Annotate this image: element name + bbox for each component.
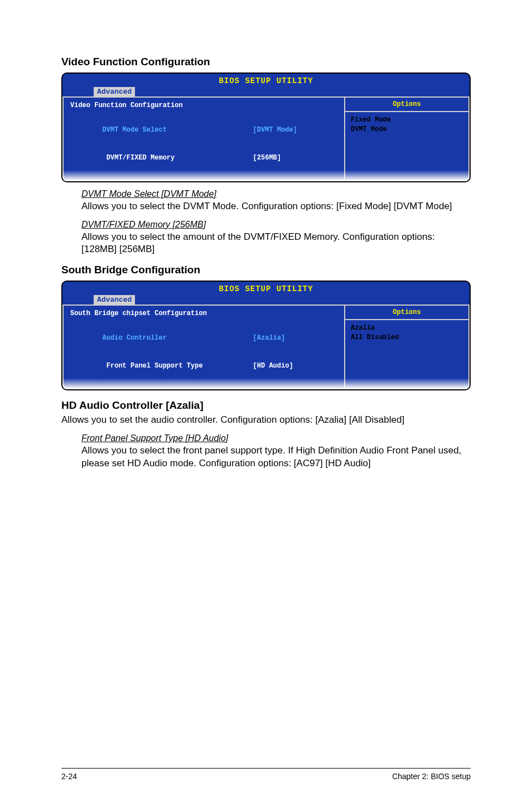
options-list: Fixed Mode DVMT Mode — [345, 112, 468, 138]
body-text-hd-audio: Allows you to set the audio controller. … — [61, 414, 471, 427]
bios-setting-dvmt-mode[interactable]: DVMT Mode Select[DVMT Mode] — [70, 116, 337, 144]
option-all-disabled[interactable]: All Disabled — [351, 333, 463, 342]
bios-title-bar: BIOS SETUP UTILITY — [62, 74, 470, 86]
spacer — [70, 110, 337, 116]
bios-panel-title: Video Function Configuration — [70, 101, 337, 110]
bios-panel-south-bridge: BIOS SETUP UTILITY Advanced South Bridge… — [61, 281, 471, 390]
options-header: Options — [345, 306, 468, 320]
bios-title-bar: BIOS SETUP UTILITY — [62, 282, 470, 294]
sub-heading-front-panel: Front Panel Support Type [HD Audio] — [81, 433, 471, 443]
bios-title: BIOS SETUP UTILITY — [219, 284, 313, 293]
bios-right-panel: Options Azalia All Disabled — [344, 305, 470, 389]
bios-setting-label: Front Panel Support Type — [103, 361, 253, 371]
page-footer: 2-24 Chapter 2: BIOS setup — [61, 768, 471, 781]
bios-setting-label: DVMT/FIXED Memory — [103, 153, 253, 163]
bios-setting-dvmt-memory[interactable]: DVMT/FIXED Memory[256MB] — [70, 144, 337, 172]
section-heading-south-bridge: South Bridge Configuration — [61, 264, 471, 276]
bios-setting-value: [Azalia] — [253, 334, 286, 343]
bios-setting-label: DVMT Mode Select — [103, 125, 253, 135]
bios-left-panel: Video Function Configuration DVMT Mode S… — [62, 96, 344, 181]
bios-left-panel: South Bridge chipset Configuration Audio… — [62, 305, 344, 389]
bios-tab-advanced[interactable]: Advanced — [94, 87, 135, 96]
bios-panel-video: BIOS SETUP UTILITY Advanced Video Functi… — [61, 73, 471, 182]
bios-setting-label: Audio Controller — [103, 334, 253, 343]
bios-panel-title: South Bridge chipset Configuration — [70, 309, 337, 318]
section-heading-hd-audio: HD Audio Controller [Azalia] — [61, 399, 471, 412]
page-number: 2-24 — [61, 772, 77, 781]
bios-right-panel: Options Fixed Mode DVMT Mode — [344, 96, 470, 181]
body-text-dvmt-memory: Allows you to select the amount of the D… — [81, 231, 468, 257]
bios-tab-advanced[interactable]: Advanced — [94, 295, 135, 305]
bios-body: South Bridge chipset Configuration Audio… — [62, 305, 470, 389]
bios-setting-audio-controller[interactable]: Audio Controller[Azalia] — [70, 324, 337, 352]
bios-setting-front-panel[interactable]: Front Panel Support Type[HD Audio] — [70, 352, 337, 380]
option-fixed-mode[interactable]: Fixed Mode — [351, 115, 463, 125]
bios-setting-value: [HD Audio] — [253, 361, 293, 371]
sub-heading-dvmt-memory: DVMT/FIXED Memory [256MB] — [81, 220, 471, 230]
body-text-front-panel: Allows you to select the front panel sup… — [81, 445, 468, 470]
body-text-dvmt-mode: Allows you to select the DVMT Mode. Conf… — [81, 200, 468, 213]
bios-setting-value: [256MB] — [253, 153, 281, 163]
section-heading-video: Video Function Configuration — [61, 56, 471, 68]
bios-tab-row: Advanced — [62, 294, 470, 305]
spacer — [70, 318, 337, 324]
sub-heading-dvmt-mode: DVMT Mode Select [DVMT Mode] — [81, 189, 471, 199]
option-dvmt-mode[interactable]: DVMT Mode — [351, 125, 463, 134]
options-list: Azalia All Disabled — [345, 320, 468, 346]
options-header: Options — [345, 98, 468, 112]
chapter-label: Chapter 2: BIOS setup — [392, 772, 471, 781]
bios-tab-row: Advanced — [62, 86, 470, 96]
option-azalia[interactable]: Azalia — [351, 323, 463, 333]
bios-setting-value: [DVMT Mode] — [253, 125, 297, 135]
bios-body: Video Function Configuration DVMT Mode S… — [62, 96, 470, 181]
bios-title: BIOS SETUP UTILITY — [219, 76, 313, 85]
